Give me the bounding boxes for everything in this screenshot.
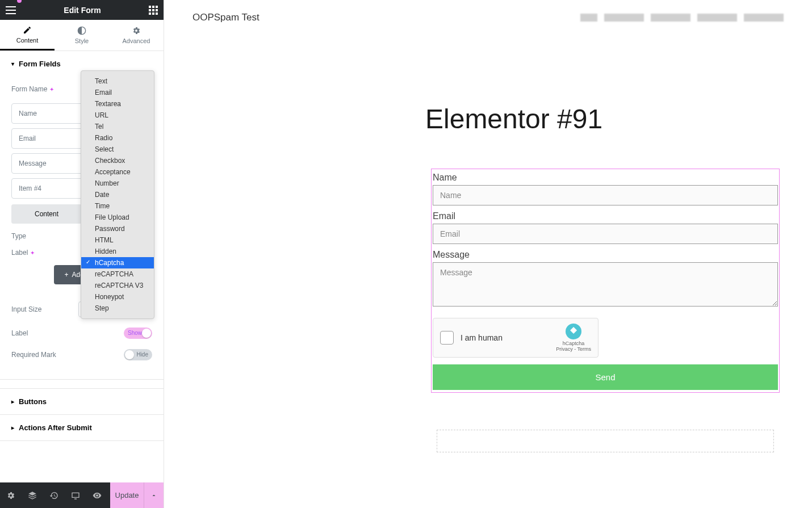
responsive-icon[interactable] — [65, 482, 86, 508]
panel-footer: Update — [0, 482, 164, 508]
dropdown-item-html[interactable]: HTML — [81, 234, 154, 246]
layers-icon[interactable] — [22, 482, 43, 508]
dropdown-item-password[interactable]: Password — [81, 223, 154, 234]
dropdown-item-radio[interactable]: Radio — [81, 132, 154, 144]
captcha-checkbox[interactable] — [440, 331, 454, 345]
dropdown-item-textarea[interactable]: Textarea — [81, 98, 154, 110]
label-label: Label✦ — [11, 249, 35, 257]
section-buttons[interactable]: Buttons — [0, 389, 164, 414]
preview-name-input[interactable] — [433, 185, 778, 205]
hcaptcha-logo-icon — [566, 324, 581, 339]
dropdown-item-acceptance[interactable]: Acceptance — [81, 166, 154, 178]
preview-message-input[interactable] — [433, 262, 778, 307]
preview-canvas: OOPSpam Test Elementor #91 Name Email Me… — [164, 0, 812, 508]
menu-icon[interactable] — [6, 6, 16, 14]
type-dropdown: TextEmailTextareaURLTelRadioSelectCheckb… — [81, 70, 154, 319]
required-toggle[interactable]: Hide — [124, 349, 152, 360]
captcha-brand: hCaptcha Privacy - Terms — [556, 324, 591, 352]
dropdown-item-select[interactable]: Select — [81, 144, 154, 155]
pencil-icon — [23, 26, 32, 35]
subtab-content[interactable]: Content — [11, 204, 82, 224]
dropdown-item-recaptcha[interactable]: reCAPTCHA — [81, 268, 154, 280]
site-header: OOPSpam Test — [164, 0, 812, 35]
preview-email-input[interactable] — [433, 224, 778, 244]
dropdown-item-file-upload[interactable]: File Upload — [81, 212, 154, 223]
tab-content[interactable]: Content — [0, 20, 55, 51]
settings-icon[interactable] — [0, 482, 22, 508]
gear-icon — [132, 26, 141, 35]
panel-tabs: Content Style Advanced — [0, 20, 164, 51]
dropdown-item-checkbox[interactable]: Checkbox — [81, 155, 154, 166]
tab-advanced[interactable]: Advanced — [109, 20, 164, 51]
tab-style[interactable]: Style — [55, 20, 109, 51]
dropdown-item-hcaptcha[interactable]: hCaptcha — [81, 257, 154, 268]
history-icon[interactable] — [43, 482, 65, 508]
dropdown-item-email[interactable]: Email — [81, 87, 154, 98]
required-toggle-label: Required Mark — [11, 351, 56, 359]
nav-blurred — [580, 14, 784, 22]
empty-widget-area[interactable] — [437, 430, 774, 452]
dropdown-item-tel[interactable]: Tel — [81, 121, 154, 132]
dropdown-item-date[interactable]: Date — [81, 189, 154, 200]
preview-icon[interactable] — [86, 482, 108, 508]
panel-header: Edit Form — [0, 0, 164, 20]
dropdown-item-url[interactable]: URL — [81, 110, 154, 121]
update-button[interactable]: Update — [110, 482, 144, 508]
dropdown-item-number[interactable]: Number — [81, 178, 154, 189]
plus-icon: + — [64, 271, 68, 279]
form-name-label: Form Name✦ — [11, 85, 54, 93]
dropdown-item-time[interactable]: Time — [81, 200, 154, 212]
form-preview[interactable]: Name Email Message I am human hCaptcha P… — [431, 169, 780, 393]
site-title: OOPSpam Test — [192, 12, 259, 23]
captcha-text: I am human — [461, 333, 556, 342]
dropdown-item-step[interactable]: Step — [81, 303, 154, 314]
dropdown-item-honeypot[interactable]: Honeypot — [81, 291, 154, 303]
dropdown-item-text[interactable]: Text — [81, 75, 154, 87]
hcaptcha-widget[interactable]: I am human hCaptcha Privacy - Terms — [433, 318, 598, 358]
input-size-label: Input Size — [11, 305, 41, 313]
sparkle-icon: ✦ — [30, 250, 35, 256]
panel-title: Edit Form — [64, 6, 101, 15]
apps-icon[interactable] — [149, 6, 158, 15]
page-title: Elementor #91 — [425, 103, 812, 135]
sparkle-icon: ✦ — [49, 86, 54, 93]
notification-dot — [17, 0, 22, 3]
label-toggle-label: Label — [11, 329, 28, 337]
dropdown-item-hidden[interactable]: Hidden — [81, 246, 154, 257]
preview-message-label: Message — [432, 249, 779, 262]
send-button[interactable]: Send — [433, 364, 778, 390]
dropdown-item-recaptcha-v3[interactable]: reCAPTCHA V3 — [81, 280, 154, 291]
preview-email-label: Email — [432, 210, 779, 224]
preview-name-label: Name — [432, 171, 779, 185]
section-actions[interactable]: Actions After Submit — [0, 415, 164, 440]
chevron-up-icon[interactable] — [144, 482, 164, 508]
type-label: Type — [11, 232, 26, 240]
label-toggle[interactable]: Show — [124, 328, 152, 339]
contrast-icon — [77, 26, 86, 35]
